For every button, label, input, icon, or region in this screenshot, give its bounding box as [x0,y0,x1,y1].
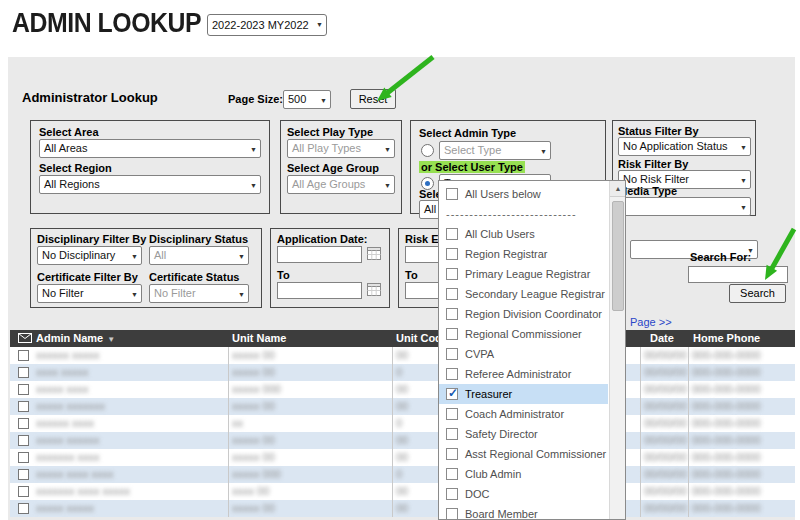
table-row: xxxxx xxxxxx xxxxx 00 00 00/00/00 000-00… [10,432,795,449]
dropdown-scrollbar[interactable]: ▲ [609,181,625,519]
page-size-select[interactable]: 500 [283,90,331,109]
table-row: xxxx xxxxx xxxxx 00 0 00/00/00 000-000-0… [10,364,795,381]
admin-type-radio[interactable] [421,144,434,157]
application-date-from-input[interactable] [277,246,362,263]
application-date-to-input[interactable] [277,282,362,299]
option-label: Secondary League Registrar [465,288,605,300]
user-type-option[interactable]: ---------------------------- [439,204,608,224]
user-type-option[interactable]: Region Division Coordinator [439,304,608,324]
option-checkbox[interactable] [446,488,458,500]
table-row: xxxxx xxxxxxx xxxxx 00 00 00/00/00 000-0… [10,398,795,415]
search-input[interactable] [688,266,788,283]
unit-name-cell: xxxxx 00 [232,434,275,446]
status-filter-label: Status Filter By [618,125,699,137]
user-type-option[interactable]: DOC [439,484,608,504]
user-type-option[interactable]: Referee Administrator [439,364,608,384]
status-filter-select[interactable]: No Application Status [618,137,751,156]
option-checkbox[interactable] [446,288,458,300]
calendar-icon[interactable] [367,247,381,260]
date-cell: 00/00/00 [644,451,687,463]
option-checkbox[interactable] [446,468,458,480]
sort-descending-icon: ▼ [107,335,115,344]
application-date-filter-box: Application Date: To [270,228,390,308]
unit-name-cell: xxxxx 00 [232,400,275,412]
admin-name-cell: xxxxx xxxxx [36,502,94,514]
unit-code-cell: 00 [396,502,408,514]
media-type-select[interactable] [618,197,751,216]
user-type-option[interactable]: Secondary League Registrar [439,284,608,304]
row-checkbox[interactable] [18,452,29,463]
user-type-option[interactable]: Primary League Registrar [439,264,608,284]
mail-icon[interactable] [18,333,32,345]
membership-year-select[interactable]: 2022-2023 MY2022 [207,14,327,36]
column-header-date[interactable]: Date [650,332,674,344]
next-page-link[interactable]: Page >> [630,316,672,328]
row-checkbox[interactable] [18,401,29,412]
option-checkbox[interactable] [446,508,458,520]
unit-code-cell: 00 [396,349,408,361]
option-checkbox[interactable] [446,268,458,280]
user-type-dropdown-panel: All Users below ------------------------… [438,180,626,520]
scrollbar-thumb[interactable] [612,201,624,311]
option-checkbox[interactable] [446,428,458,440]
user-type-option[interactable]: CVPA [439,344,608,364]
option-label: All Users below [465,188,541,200]
user-type-option[interactable]: All Club Users [439,224,608,244]
column-header-admin-name[interactable]: Admin Name▼ [36,332,115,344]
certificate-filter-select[interactable]: No Filter [37,284,142,303]
calendar-icon[interactable] [367,283,381,296]
option-label: ---------------------------- [446,208,577,220]
admin-name-cell: xxxxxx xxxx [36,417,94,429]
option-label: All Club Users [465,228,535,240]
user-type-option[interactable]: Asst Regional Commissioner [439,444,608,464]
option-label: Board Member [465,508,538,520]
user-type-option[interactable]: All Users below [439,184,608,204]
option-checkbox[interactable] [446,228,458,240]
user-type-option[interactable]: Board Member [439,504,608,520]
user-type-option[interactable]: Treasurer [439,384,608,404]
home-phone-cell: 000-000-0000 [692,349,761,361]
option-checkbox[interactable] [446,448,458,460]
date-cell: 00/00/00 [644,349,687,361]
column-header-unit-name[interactable]: Unit Name [232,332,286,344]
home-phone-cell: 000-000-0000 [692,468,761,480]
row-checkbox[interactable] [18,503,29,514]
select-area-label: Select Area [39,126,99,138]
search-button[interactable]: Search [729,284,786,303]
date-cell: 00/00/00 [644,485,687,497]
option-checkbox[interactable] [446,408,458,420]
option-label: Region Registrar [465,248,548,260]
admin-type-label: Select Admin Type [419,127,516,139]
area-select[interactable]: All Areas [39,139,261,158]
scrollbar-up-arrow-icon[interactable]: ▲ [610,181,626,197]
option-checkbox[interactable] [446,388,458,400]
admin-name-cell: xxxxx xxxx xxxx [36,468,114,480]
user-type-option[interactable]: Safety Director [439,424,608,444]
row-checkbox[interactable] [18,384,29,395]
reset-button[interactable]: Reset [350,89,396,109]
row-checkbox[interactable] [18,486,29,497]
column-header-home-phone[interactable]: Home Phone [693,332,760,344]
disciplinary-filter-select[interactable]: No Disciplinary [37,246,142,265]
row-checkbox[interactable] [18,418,29,429]
user-type-option[interactable]: Region Registrar [439,244,608,264]
row-checkbox[interactable] [18,435,29,446]
user-type-option[interactable]: Coach Administrator [439,404,608,424]
region-select[interactable]: All Regions [39,175,261,194]
row-checkbox[interactable] [18,469,29,480]
unit-code-cell: 0 [396,417,402,429]
option-checkbox[interactable] [446,368,458,380]
unit-name-cell: xxxxx 00 [232,349,275,361]
user-type-option[interactable]: Club Admin [439,464,608,484]
row-checkbox[interactable] [18,367,29,378]
option-checkbox[interactable] [446,348,458,360]
option-checkbox[interactable] [446,308,458,320]
option-checkbox[interactable] [446,248,458,260]
user-type-option[interactable]: Regional Commissioner [439,324,608,344]
option-checkbox[interactable] [446,328,458,340]
row-checkbox[interactable] [18,350,29,361]
application-date-label: Application Date: [277,233,367,245]
date-cell: 00/00/00 [644,502,687,514]
option-checkbox[interactable] [446,188,458,200]
option-label: Safety Director [465,428,538,440]
